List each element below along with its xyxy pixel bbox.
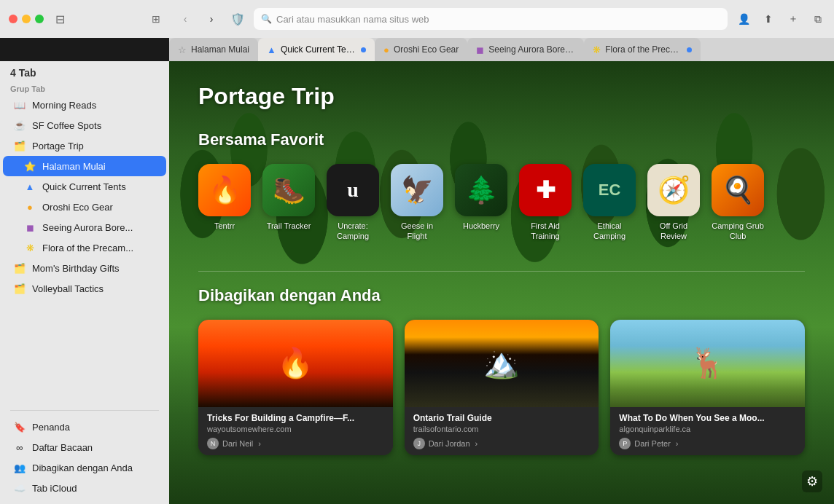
content-area: 4 Tab Grup Tab 📖 Morning Reads ☕ SF Coff… xyxy=(0,61,834,504)
moose-footer: What To Do When You See a Moo... algonqu… xyxy=(610,407,805,455)
favorite-trail-tracker[interactable]: 🥾 Trail Tracker xyxy=(262,164,315,242)
tab-grid-button[interactable]: ⧉ xyxy=(808,9,828,29)
section-divider xyxy=(198,271,805,272)
favorite-off-grid[interactable]: 🧭 Off Grid Review xyxy=(647,164,700,242)
tabs-bar: ☆ Halaman Mulai ▲ Quick Current Tents ● … xyxy=(169,38,834,61)
morning-reads-label: Morning Reads xyxy=(32,100,156,111)
uncrate-label: Uncrate: Camping xyxy=(327,221,379,242)
tab-favicon-oroshi: ● xyxy=(383,44,389,55)
uncrate-icon: u xyxy=(327,164,379,216)
ontario-title: Ontario Trail Guide xyxy=(413,413,591,423)
quick-current-icon: ▲ xyxy=(23,180,36,193)
favorite-uncrate[interactable]: u Uncrate: Camping xyxy=(327,164,379,242)
campfire-from-label: Dari Neil xyxy=(222,439,253,448)
tentrr-label: Tentrr xyxy=(214,221,235,231)
favorite-tentrr[interactable]: 🔥 Tentrr xyxy=(198,164,251,242)
profile-button[interactable]: 👤 xyxy=(733,9,754,29)
tab-seeing-aurora[interactable]: ◼ Seeing Aurora Boreali... xyxy=(467,38,584,61)
daftar-bacaan-icon: ∞ xyxy=(13,441,26,454)
close-button[interactable] xyxy=(9,15,17,23)
sidebar-item-halaman-mulai[interactable]: ⭐ Halaman Mulai xyxy=(3,156,166,176)
off-grid-label: Off Grid Review xyxy=(647,221,700,242)
sidebar-item-morning-reads[interactable]: 📖 Morning Reads xyxy=(3,95,166,115)
first-aid-icon: ✚ xyxy=(519,164,572,216)
tab-quick-current-tents[interactable]: ▲ Quick Current Tents xyxy=(258,38,375,61)
trail-tracker-icon: 🥾 xyxy=(262,164,315,216)
quick-current-label: Quick Current Tents xyxy=(42,181,156,192)
sidebar-item-oroshi[interactable]: ● Oroshi Eco Gear xyxy=(3,197,166,217)
neil-avatar: N xyxy=(207,438,219,449)
moose-from-label: Dari Peter xyxy=(634,439,671,448)
search-icon: 🔍 xyxy=(261,14,272,24)
content-overlay: Portage Trip Bersama Favorit 🔥 Tentrr 🥾 … xyxy=(169,61,834,477)
sidebar-item-aurora[interactable]: ◼ Seeing Aurora Bore... xyxy=(3,217,166,237)
sidebar-item-flora[interactable]: ❋ Flora of the Precam... xyxy=(3,237,166,258)
address-bar[interactable]: 🔍 Cari atau masukkan nama situs web xyxy=(254,8,728,30)
tab-overview-button[interactable]: ⊞ xyxy=(152,13,160,25)
sidebar-item-dibagikan[interactable]: 👥 Dibagikan dengan Anda xyxy=(3,457,166,478)
sidebar-item-daftar-bacaan[interactable]: ∞ Daftar Bacaan xyxy=(3,437,166,457)
tab-halaman-mulai[interactable]: ☆ Halaman Mulai xyxy=(169,38,258,61)
sidebar-item-volleyball[interactable]: 🗂️ Volleyball Tactics xyxy=(3,278,166,299)
icloud-label: Tab iCloud xyxy=(32,483,156,494)
penanda-icon: 🔖 xyxy=(13,420,26,433)
ontario-from-label: Dari Jordan xyxy=(429,439,470,448)
favorite-huckberry[interactable]: 🌲 Huckberry xyxy=(455,164,507,242)
morning-reads-icon: 📖 xyxy=(13,98,26,111)
customize-button[interactable]: ⚙ xyxy=(802,470,822,492)
ontario-domain: trailsofontario.com xyxy=(413,425,591,433)
shield-icon: 🛡️ xyxy=(227,9,248,29)
shared-card-campfire[interactable]: 🔥 Tricks For Building a Campfire—F... wa… xyxy=(198,320,393,455)
sf-coffee-icon: ☕ xyxy=(13,119,26,132)
favorite-ethical-camping[interactable]: EC Ethical Camping xyxy=(583,164,636,242)
forward-button[interactable]: › xyxy=(201,9,222,29)
campfire-from: N Dari Neil › xyxy=(207,438,384,449)
icloud-icon: ☁️ xyxy=(13,481,26,495)
huckberry-icon: 🌲 xyxy=(455,164,507,216)
tab-label-oroshi: Oroshi Eco Gear xyxy=(394,44,459,55)
favorite-camping-grub[interactable]: 🍳 Camping Grub Club xyxy=(712,164,764,242)
huckberry-label: Huckberry xyxy=(463,221,499,231)
favorite-geese[interactable]: 🦅 Geese in Flight xyxy=(391,164,443,242)
sidebar-toggle-button[interactable]: ⊟ xyxy=(55,12,65,26)
sidebar-item-penanda[interactable]: 🔖 Penanda xyxy=(3,417,166,437)
share-button[interactable]: ⬆ xyxy=(758,9,779,29)
dibagikan-label: Dibagikan dengan Anda xyxy=(32,462,156,473)
tab-label-aurora: Seeing Aurora Boreali... xyxy=(488,44,575,55)
sidebar-item-portage-trip[interactable]: 🗂️ Portage Trip xyxy=(3,135,166,156)
shared-card-ontario[interactable]: 🏔️ Ontario Trail Guide trailsofontario.c… xyxy=(405,320,599,455)
moose-title: What To Do When You See a Moo... xyxy=(619,413,796,423)
sidebar-item-quick-current[interactable]: ▲ Quick Current Tents xyxy=(3,176,166,197)
ontario-from: J Dari Jordan › xyxy=(413,438,591,449)
jordan-avatar: J xyxy=(413,438,425,449)
sf-coffee-label: SF Coffee Spots xyxy=(32,120,156,131)
sidebar-item-icloud[interactable]: ☁️ Tab iCloud xyxy=(3,478,166,498)
sidebar-item-sf-coffee[interactable]: ☕ SF Coffee Spots xyxy=(3,115,166,135)
fullscreen-button[interactable] xyxy=(35,15,44,23)
back-button[interactable]: ‹ xyxy=(175,9,195,29)
tab-flora[interactable]: ❋ Flora of the Precambi... xyxy=(584,38,701,61)
trail-image: 🏔️ xyxy=(405,320,599,407)
favorites-grid: 🔥 Tentrr 🥾 Trail Tracker u Uncrate: Camp… xyxy=(198,164,805,242)
tab-favicon-aurora: ◼ xyxy=(476,44,484,55)
favorite-first-aid[interactable]: ✚ First Aid Training xyxy=(519,164,572,242)
minimize-button[interactable] xyxy=(22,15,31,23)
shared-grid: 🔥 Tricks For Building a Campfire—F... wa… xyxy=(198,320,805,455)
favorites-title: Bersama Favorit xyxy=(198,130,805,149)
dibagikan-icon: 👥 xyxy=(13,461,26,474)
tab-count: 4 Tab xyxy=(0,61,169,82)
tab-dot-flora xyxy=(687,47,692,52)
sidebar-item-moms-birthday[interactable]: 🗂️ Mom's Birthday Gifts xyxy=(3,258,166,278)
traffic-lights xyxy=(9,15,44,23)
shared-card-moose[interactable]: 🦌 What To Do When You See a Moo... algon… xyxy=(610,320,805,455)
camping-grub-icon: 🍳 xyxy=(712,164,764,216)
penanda-label: Penanda xyxy=(32,422,156,433)
tentrr-icon: 🔥 xyxy=(198,164,251,216)
ontario-footer: Ontario Trail Guide trailsofontario.com … xyxy=(405,407,599,455)
aurora-icon: ◼ xyxy=(23,221,36,234)
tab-oroshi-eco-gear[interactable]: ● Oroshi Eco Gear xyxy=(375,38,467,61)
page-title: Portage Trip xyxy=(198,83,805,110)
new-tab-button[interactable]: ＋ xyxy=(783,9,803,29)
shared-title: Dibagikan dengan Anda xyxy=(198,286,805,305)
tab-label-quick-current-tents: Quick Current Tents xyxy=(281,44,356,55)
